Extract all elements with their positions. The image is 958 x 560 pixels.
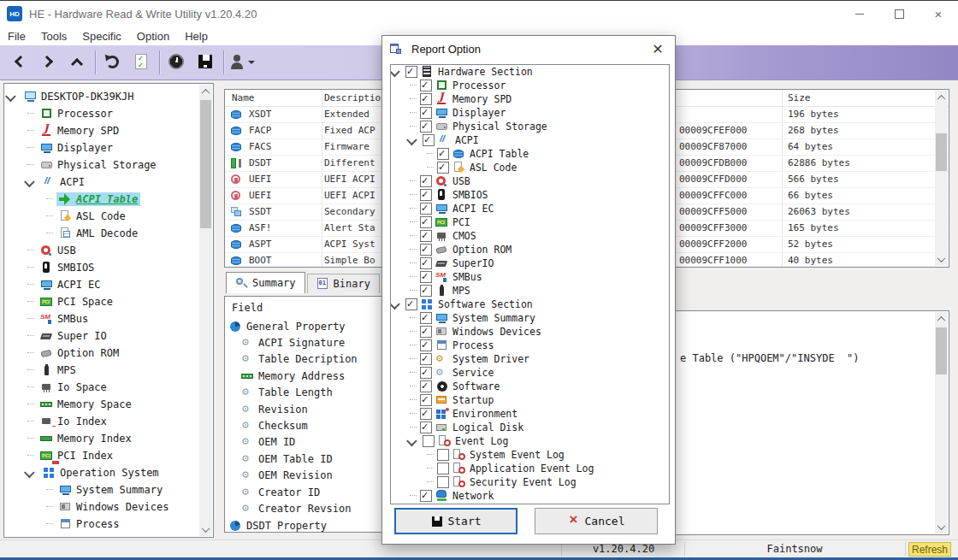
sidebar-item-memory-index[interactable]: Memory Index <box>5 430 199 447</box>
sidebar-item-pci-space[interactable]: PCI Space <box>5 293 199 310</box>
scroll-thumb[interactable] <box>936 327 947 374</box>
menu-specific[interactable]: Specific <box>74 30 129 43</box>
person-button[interactable] <box>227 49 256 76</box>
sidebar-item-aml-decode[interactable]: AML Decode <box>5 225 199 242</box>
report-item-smbios[interactable]: SMBIOS <box>391 188 670 202</box>
checkbox-process[interactable] <box>420 339 432 351</box>
report-item-hardware-section[interactable]: Hardware Section <box>391 65 670 79</box>
expander-icon[interactable] <box>406 435 417 446</box>
sidebar-item-displayer[interactable]: Displayer <box>5 139 199 156</box>
report-item-memory-spd[interactable]: Memory SPD <box>391 92 670 106</box>
checkbox-cmos[interactable] <box>420 230 432 242</box>
scroll-down-icon[interactable] <box>935 252 948 266</box>
sidebar-item-memory-spd[interactable]: Memory SPD <box>5 122 199 139</box>
refresh-button[interactable] <box>98 49 127 76</box>
checkbox-displayer[interactable] <box>420 107 432 119</box>
report-item-mps[interactable]: MPS <box>391 284 670 298</box>
report-item-service[interactable]: Service <box>391 366 670 380</box>
column-header-size[interactable]: Size <box>788 90 811 106</box>
expander-icon[interactable] <box>390 298 400 309</box>
sidebar-item-mps[interactable]: MPS <box>5 362 199 379</box>
checkbox-service[interactable] <box>420 367 432 379</box>
expander-icon[interactable] <box>390 66 400 77</box>
report-item-displayer[interactable]: Displayer <box>391 106 670 120</box>
checkbox-usb[interactable] <box>420 175 432 187</box>
report-item-logical-disk[interactable]: Logical Disk <box>391 421 670 434</box>
checkbox-processor[interactable] <box>420 80 432 91</box>
report-item-environment[interactable]: Environment <box>391 407 670 421</box>
sidebar-item-memory-space[interactable]: Memory Space <box>5 396 199 413</box>
report-item-processor[interactable]: Processor <box>391 79 670 92</box>
sidebar-item-process[interactable]: Process <box>5 516 199 533</box>
checkbox-smbus[interactable] <box>420 271 432 283</box>
scroll-down-icon[interactable] <box>199 522 212 536</box>
device-tree-scrollbar[interactable] <box>199 85 212 536</box>
checkbox-physical-storage[interactable] <box>420 121 432 133</box>
checkbox-security-event-log[interactable] <box>437 476 449 488</box>
checkbox-acpi-ec[interactable] <box>420 203 432 215</box>
sidebar-item-usb[interactable]: USB <box>5 242 199 259</box>
report-item-pci[interactable]: PCI <box>391 215 670 229</box>
scroll-thumb[interactable] <box>200 100 211 228</box>
report-item-process[interactable]: Process <box>391 339 670 352</box>
back-button[interactable] <box>5 49 34 76</box>
checkbox-system-driver[interactable] <box>420 353 432 365</box>
report-item-asl-code[interactable]: ASL Code <box>391 161 670 174</box>
table-scrollbar[interactable] <box>935 91 948 266</box>
column-header-description[interactable]: Description <box>324 90 387 106</box>
start-button[interactable]: Start <box>394 508 517 534</box>
checkbox-network[interactable] <box>420 490 432 502</box>
scroll-up-icon[interactable] <box>935 312 948 326</box>
checkbox-option-rom[interactable] <box>420 244 432 256</box>
sidebar-item-processor[interactable]: Processor <box>5 105 199 122</box>
scroll-thumb[interactable] <box>936 133 947 171</box>
sidebar-item-physical-storage[interactable]: Physical Storage <box>5 156 199 174</box>
report-item-acpi-ec[interactable]: ACPI EC <box>391 202 670 215</box>
checkbox-memory-spd[interactable] <box>420 93 432 105</box>
scroll-down-icon[interactable] <box>935 520 948 533</box>
checkbox-superio[interactable] <box>420 257 432 269</box>
checkbox-startup[interactable] <box>420 394 432 406</box>
sidebar-item-operation-system[interactable]: Operation System <box>5 464 199 481</box>
sidebar-item-io-space[interactable]: Io Space <box>5 379 199 396</box>
report-item-system-driver[interactable]: System Driver <box>391 352 670 366</box>
dialog-close-button[interactable]: ✕ <box>641 36 675 62</box>
sidebar-item-asl-code[interactable]: ASL Code <box>5 208 199 225</box>
forward-button[interactable] <box>34 49 63 76</box>
report-item-acpi-table[interactable]: ACPI Table <box>391 147 670 161</box>
sidebar-item-pci-index[interactable]: PCI Index <box>5 447 199 464</box>
report-item-superio[interactable]: SuperIO <box>391 256 670 270</box>
checkbox-environment[interactable] <box>420 408 432 420</box>
tab-summary[interactable]: Summary <box>226 272 305 293</box>
checkbox-logical-disk[interactable] <box>420 421 432 433</box>
sidebar-item-system-summary[interactable]: System Summary <box>5 481 199 498</box>
sidebar-item-io-index[interactable]: Io Index <box>5 413 199 430</box>
menu-tools[interactable]: Tools <box>33 30 74 43</box>
report-item-option-rom[interactable]: Option ROM <box>391 243 670 256</box>
checkbox-asl-code[interactable] <box>437 162 449 174</box>
summary-scrollbar[interactable] <box>935 312 948 533</box>
report-item-cmos[interactable]: CMOS <box>391 229 670 243</box>
scroll-up-icon[interactable] <box>199 85 212 98</box>
maximize-button[interactable] <box>879 1 919 27</box>
scroll-up-icon[interactable] <box>935 91 948 104</box>
report-item-usb[interactable]: USB <box>391 174 670 188</box>
clock-button[interactable] <box>163 49 192 76</box>
report-item-security-event-log[interactable]: Security Event Log <box>391 475 670 489</box>
report-item-application-event-log[interactable]: Application Event Log <box>391 462 670 475</box>
checkbox-hardware-section[interactable] <box>405 66 417 78</box>
sidebar-item-acpi-ec[interactable]: ACPI EC <box>5 276 199 293</box>
sidebar-item-super-io[interactable]: Super IO <box>5 327 199 345</box>
checkbox-pci[interactable] <box>420 216 432 228</box>
up-button[interactable] <box>63 49 92 76</box>
sidebar-item-acpi-table[interactable]: ACPI Table <box>5 191 199 208</box>
tasklist-button[interactable] <box>127 49 157 76</box>
checkbox-software-section[interactable] <box>405 298 417 310</box>
checkbox-software[interactable] <box>420 380 432 392</box>
report-item-acpi[interactable]: ACPI <box>391 133 670 147</box>
menu-file[interactable]: File <box>0 30 33 43</box>
sidebar-item-smbus[interactable]: SMBus <box>5 310 199 327</box>
sidebar-item-smbios[interactable]: SMBIOS <box>5 259 199 276</box>
checkbox-system-event-log[interactable] <box>437 449 449 461</box>
report-item-startup[interactable]: Startup <box>391 393 670 407</box>
